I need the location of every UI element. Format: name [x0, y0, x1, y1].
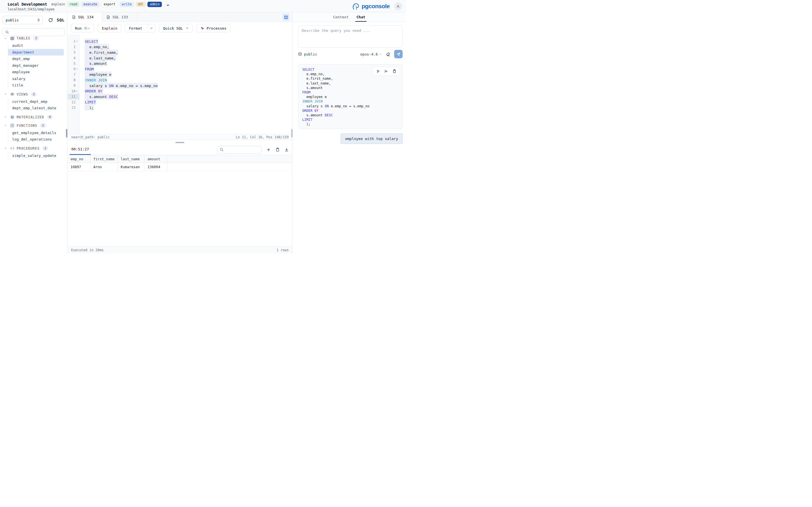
tree-item-get_employee_details[interactable]: get_employee_details: [8, 129, 64, 136]
line-number[interactable]: 8: [68, 77, 79, 83]
quick-sql-button[interactable]: Quick SQL: [159, 24, 193, 33]
results-tab-timer[interactable]: 00:51:27: [70, 144, 91, 155]
tree-section-header-tables[interactable]: TABLES7: [0, 36, 67, 41]
line-number[interactable]: 10▾: [68, 88, 79, 94]
column-header-emp_no[interactable]: emp_no: [68, 155, 91, 163]
chevron-down-icon: [4, 37, 7, 40]
column-header-first_name[interactable]: first_name: [91, 155, 118, 163]
chat-schema-context[interactable]: public: [298, 52, 317, 56]
suggestion-code-line: ORDER BY: [302, 108, 398, 113]
code-line: 11 s.amount DESC: [68, 94, 292, 100]
schema-select[interactable]: public: [3, 16, 43, 24]
sql-view-button[interactable]: SQL: [57, 18, 64, 22]
tree-item-dept_manager[interactable]: dept_manager: [8, 62, 64, 69]
header-filler: [167, 155, 292, 163]
suggestion-code-line: INNER JOIN: [302, 99, 398, 104]
tree-item-employee[interactable]: employee: [8, 69, 64, 75]
results-search-input[interactable]: [217, 146, 262, 154]
add-result-tab-icon[interactable]: [266, 148, 271, 152]
chevron-up-down-icon: [37, 18, 41, 22]
run-button[interactable]: Run ⌘↵: [71, 24, 94, 33]
chat-prompt-input[interactable]: [298, 25, 403, 48]
chevron-down-icon[interactable]: [147, 24, 155, 32]
tree-item-dept_emp[interactable]: dept_emp: [8, 55, 64, 62]
table-row[interactable]: 10897ArnoKumaresan136004: [68, 163, 292, 171]
avatar[interactable]: A: [394, 2, 402, 10]
chevron-down-icon[interactable]: [166, 3, 170, 7]
code-text: e.emp_no,: [79, 45, 109, 49]
fold-marker-icon[interactable]: ▾: [75, 40, 79, 43]
format-button[interactable]: Format: [125, 24, 155, 33]
suggestion-code-line: LIMIT: [302, 117, 398, 122]
line-number[interactable]: 3: [68, 50, 79, 55]
suggestion-code-line: e.last_name,: [302, 81, 398, 86]
tree-section-label: VIEWS: [17, 93, 28, 96]
tab-sql-134[interactable]: SQL 134: [68, 12, 102, 22]
search-icon: [220, 148, 223, 152]
permission-badge-admin: admin: [147, 2, 162, 7]
line-number[interactable]: 6▾: [68, 66, 79, 72]
assistant-panel: Context Chat public opus-4.6: [292, 12, 406, 253]
tree-section-count: 7: [33, 36, 39, 41]
explain-button[interactable]: Explain: [98, 24, 121, 33]
tree-section-header-functions[interactable]: FUNCTIONS2: [0, 123, 67, 128]
grid-icon: [10, 36, 14, 41]
line-number[interactable]: 9: [68, 83, 79, 89]
tree-item-dept_emp_latest_date[interactable]: dept_emp_latest_date: [8, 105, 64, 112]
code-text: e.last_name,: [79, 56, 116, 60]
resize-handle[interactable]: [175, 142, 185, 143]
tree-item-audit[interactable]: audit: [8, 42, 64, 49]
line-number[interactable]: 5: [68, 61, 79, 66]
file-code-icon: [72, 15, 76, 19]
refresh-icon[interactable]: [48, 18, 53, 22]
copy-suggestion-icon[interactable]: [393, 69, 396, 73]
tree-section-header-materialized[interactable]: MATERIALIZED0: [0, 114, 67, 120]
model-select[interactable]: opus-4.6: [360, 52, 382, 56]
clear-chat-icon[interactable]: [386, 52, 391, 57]
fold-marker-icon[interactable]: ▾: [75, 90, 79, 93]
tree-item-department[interactable]: department: [8, 49, 64, 56]
line-number[interactable]: 11: [68, 94, 79, 100]
search-icon: [5, 30, 9, 34]
sidebar-search-input[interactable]: [3, 28, 65, 36]
tree-section-header-procedures[interactable]: PROCEDURES1: [0, 146, 67, 151]
copy-results-icon[interactable]: [275, 148, 280, 152]
chevron-down-icon: [186, 26, 189, 30]
run-suggestion-icon[interactable]: [376, 69, 380, 73]
tree-item-current_dept_emp[interactable]: current_dept_emp: [8, 98, 64, 105]
code-line: 1▾SELECT: [68, 39, 292, 44]
tree-item-title[interactable]: title: [8, 82, 64, 89]
line-number[interactable]: 7: [68, 72, 79, 77]
insert-to-editor-icon[interactable]: [384, 69, 388, 73]
processes-button[interactable]: Processes: [197, 24, 231, 33]
tab-chat[interactable]: Chat: [356, 12, 365, 22]
tree-section-header-views[interactable]: VIEWS2: [0, 92, 67, 97]
send-button[interactable]: [394, 50, 403, 58]
tree-item-log_dml_operations[interactable]: log_dml_operations: [8, 136, 64, 143]
suggestion-code-line: s.amount: [302, 86, 398, 90]
panel-resize-handle[interactable]: [292, 129, 292, 137]
quick-sql-label: Quick SQL: [163, 26, 183, 31]
column-header-last_name[interactable]: last_name: [118, 155, 145, 163]
column-header-amount[interactable]: amount: [145, 155, 167, 163]
line-number[interactable]: 13: [68, 105, 79, 110]
tab-context[interactable]: Context: [333, 12, 349, 22]
fold-marker-icon[interactable]: ▾: [75, 68, 79, 70]
main-panel: SQL 134 SQL 133 Run ⌘↵ Explain Format: [68, 12, 292, 253]
line-number[interactable]: 12: [68, 100, 79, 105]
split-view-button[interactable]: [283, 14, 289, 20]
tree-item-salary[interactable]: salary: [8, 75, 64, 82]
tab-sql-133[interactable]: SQL 133: [102, 12, 137, 22]
tree-item-simple_salary_update[interactable]: simple_salary_update: [8, 152, 64, 159]
suggestion-code-line: e.first_name,: [302, 76, 398, 81]
line-number[interactable]: 4: [68, 55, 79, 61]
results-divider: [68, 140, 292, 144]
line-number[interactable]: 1▾: [68, 39, 79, 44]
line-number[interactable]: 2: [68, 44, 79, 50]
table-cell: Arno: [91, 163, 118, 171]
permission-badge-write: write: [119, 2, 134, 7]
download-results-icon[interactable]: [285, 148, 289, 152]
sidebar-resize-handle[interactable]: [66, 129, 67, 137]
permission-badges: explainreadexecuteexportwriteddladmin: [51, 1, 162, 7]
sql-editor[interactable]: 1▾SELECT2 e.emp_no,3 e.first_name,4 e.la…: [68, 34, 292, 134]
